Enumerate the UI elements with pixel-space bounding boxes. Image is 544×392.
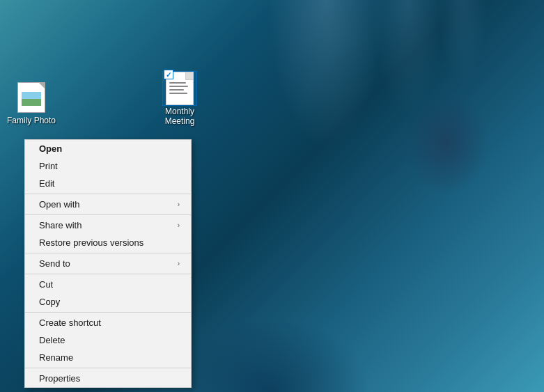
doc-line-2 bbox=[169, 86, 188, 87]
desktop-icon-family-photo[interactable]: Family Photo bbox=[3, 82, 59, 125]
context-menu: OpenPrintEditOpen with›Share with›Restor… bbox=[24, 139, 192, 388]
menu-item-label-copy: Copy bbox=[39, 297, 180, 307]
family-photo-icon-image bbox=[16, 82, 47, 113]
menu-item-label-send-to: Send to bbox=[39, 258, 178, 269]
menu-separator-after-restore-previous bbox=[25, 253, 191, 253]
menu-item-label-create-shortcut: Create shortcut bbox=[39, 317, 180, 328]
menu-item-edit[interactable]: Edit bbox=[25, 175, 191, 192]
document-file-icon: ✓ bbox=[166, 72, 194, 105]
monthly-meeting-label: MonthlyMeeting bbox=[165, 107, 195, 127]
menu-item-delete[interactable]: Delete bbox=[25, 331, 191, 349]
menu-item-label-open: Open bbox=[39, 143, 180, 154]
menu-item-arrow-open-with: › bbox=[178, 201, 180, 208]
family-photo-label: Family Photo bbox=[7, 116, 56, 125]
menu-item-label-properties: Properties bbox=[39, 373, 180, 384]
image-file-icon bbox=[17, 82, 45, 113]
swimmer-silhouette bbox=[405, 91, 488, 195]
menu-item-open-with[interactable]: Open with› bbox=[25, 196, 191, 213]
menu-item-rename[interactable]: Rename bbox=[25, 349, 191, 366]
doc-line-4 bbox=[169, 93, 187, 94]
doc-line-1 bbox=[169, 82, 186, 84]
menu-item-label-edit: Edit bbox=[39, 178, 180, 189]
menu-item-label-open-with: Open with bbox=[39, 199, 178, 210]
menu-item-share-with[interactable]: Share with› bbox=[25, 217, 191, 234]
menu-separator-after-open-with bbox=[25, 214, 191, 215]
menu-separator-after-edit bbox=[25, 194, 191, 194]
checkbox-checkmark: ✓ bbox=[164, 70, 173, 79]
menu-item-send-to[interactable]: Send to› bbox=[25, 255, 191, 272]
menu-item-label-delete: Delete bbox=[39, 335, 180, 345]
menu-item-label-restore-previous: Restore previous versions bbox=[39, 237, 180, 248]
menu-item-open[interactable]: Open bbox=[25, 140, 191, 157]
doc-line-3 bbox=[169, 89, 184, 91]
menu-item-label-cut: Cut bbox=[39, 279, 180, 290]
menu-item-print[interactable]: Print bbox=[25, 157, 191, 175]
menu-separator-after-rename bbox=[25, 368, 191, 368]
menu-item-properties[interactable]: Properties bbox=[25, 370, 191, 387]
menu-item-restore-previous[interactable]: Restore previous versions bbox=[25, 234, 191, 251]
menu-item-arrow-share-with: › bbox=[178, 221, 180, 229]
monthly-meeting-icon-image: ✓ bbox=[164, 73, 195, 104]
mountain-thumbnail bbox=[22, 92, 41, 106]
menu-item-label-print: Print bbox=[39, 161, 180, 171]
menu-item-label-rename: Rename bbox=[39, 352, 180, 363]
menu-item-cut[interactable]: Cut bbox=[25, 276, 191, 293]
menu-item-arrow-send-to: › bbox=[178, 260, 180, 267]
menu-separator-after-send-to bbox=[25, 274, 191, 274]
menu-item-copy[interactable]: Copy bbox=[25, 293, 191, 311]
desktop-icon-monthly-meeting[interactable]: ✓ MonthlyMeeting bbox=[152, 73, 208, 127]
menu-separator-after-copy bbox=[25, 312, 191, 313]
menu-item-label-share-with: Share with bbox=[39, 220, 178, 230]
menu-item-create-shortcut[interactable]: Create shortcut bbox=[25, 314, 191, 331]
